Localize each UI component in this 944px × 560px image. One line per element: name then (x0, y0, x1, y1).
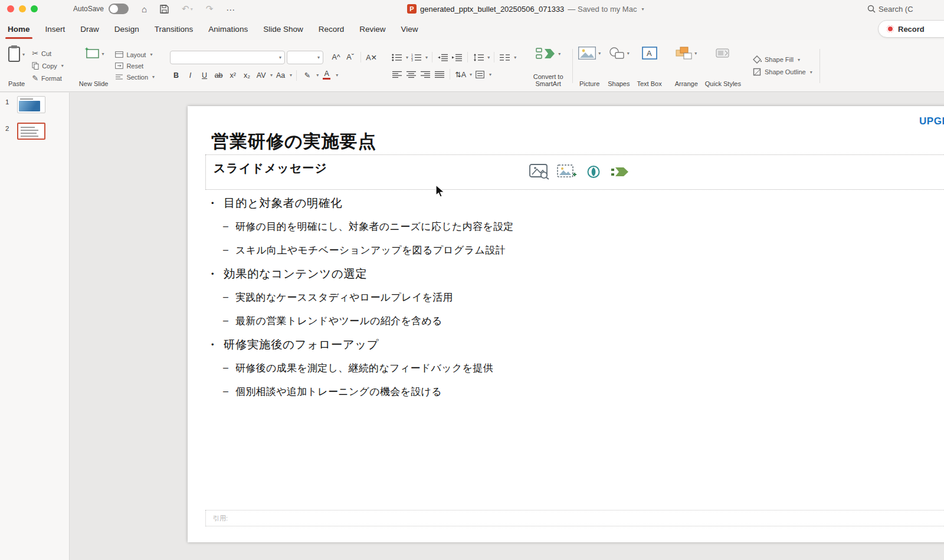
tab-draw[interactable]: Draw (73, 18, 107, 40)
search-label: Search (C (879, 5, 913, 14)
message-placeholder[interactable]: スライドメッセージ (205, 154, 944, 190)
record-dot-icon (887, 25, 894, 32)
font-color-button[interactable]: A (320, 70, 333, 81)
format-painter-button[interactable]: ✎Format (32, 74, 64, 83)
text-direction-button[interactable]: ⇅A (454, 68, 467, 80)
shape-fill-icon (753, 55, 762, 64)
subscript-button[interactable]: x₂ (241, 70, 253, 81)
home-icon[interactable]: ⌂ (142, 4, 147, 14)
align-text-chevron-icon: ▾ (489, 72, 491, 77)
shape-outline-button[interactable]: Shape Outline▾ (753, 68, 812, 76)
record-button[interactable]: Record (878, 20, 944, 38)
tab-animations[interactable]: Animations (201, 18, 255, 40)
titlebar: AutoSave ⌂ ↶ ▾ ↷ ··· P generated_pptx_bu… (0, 0, 944, 18)
justify-button[interactable] (433, 68, 445, 80)
bullet-list-chevron-icon: ▾ (406, 55, 408, 60)
tab-review[interactable]: Review (352, 18, 393, 40)
tab-slideshow[interactable]: Slide Show (255, 18, 311, 40)
change-case-button[interactable]: Aa (274, 70, 287, 81)
citation-placeholder[interactable]: 引用: (205, 510, 944, 526)
tab-transitions[interactable]: Transitions (147, 18, 201, 40)
stock-image-icon[interactable] (529, 164, 549, 182)
upgrade-link[interactable]: UPGRA (919, 116, 944, 127)
italic-button[interactable]: I (184, 70, 196, 81)
superscript-button[interactable]: x² (227, 70, 239, 81)
slide-2-thumbnail[interactable] (17, 123, 45, 140)
quick-styles-button[interactable]: Quick Styles (705, 44, 741, 87)
picture-chevron-icon: ▾ (598, 51, 601, 56)
undo-icon[interactable]: ↶ (182, 4, 189, 14)
cut-button[interactable]: ✂Cut (32, 49, 64, 58)
align-right-button[interactable] (419, 68, 431, 80)
strikethrough-button[interactable]: ab (212, 70, 225, 81)
search-button[interactable]: Search (C (867, 0, 944, 18)
shrink-font-button[interactable]: Aˇ (344, 51, 356, 63)
document-title[interactable]: P generated_pptx_bullet_20250506_071333 … (407, 0, 644, 18)
insert-smartart-icon[interactable] (610, 164, 630, 182)
new-slide-icon (83, 47, 100, 61)
shape-fill-chevron-icon: ▾ (798, 57, 800, 62)
align-left-button[interactable] (391, 68, 403, 80)
insert-picture-icon[interactable] (557, 164, 577, 182)
section-chevron-icon: ▾ (152, 74, 155, 80)
increase-indent-button[interactable] (451, 51, 463, 63)
bullet-marker: • (211, 340, 218, 349)
saved-status: — Saved to my Mac (568, 5, 637, 14)
highlight-pen-button[interactable]: ✎ (301, 70, 313, 81)
character-spacing-button[interactable]: AV (255, 70, 267, 81)
document-title-chevron-icon[interactable]: ▾ (641, 6, 644, 12)
picture-button[interactable]: ▾ Picture (578, 44, 601, 87)
new-slide-chevron-icon[interactable]: ▾ (102, 51, 104, 57)
insert-icons-icon[interactable] (585, 164, 602, 182)
picture-icon (578, 47, 596, 60)
font-size-select[interactable]: ▾ (287, 51, 323, 64)
shape-fill-button[interactable]: Shape Fill▾ (753, 55, 812, 64)
tab-insert[interactable]: Insert (38, 18, 73, 40)
convert-to-smartart-button[interactable]: ▾ Convert to SmartArt (529, 44, 567, 87)
numbered-list-button[interactable]: 123 (410, 51, 422, 63)
slide-editor[interactable]: UPGRA 営業研修の実施要点 スライドメッセージ (188, 106, 944, 542)
copy-button[interactable]: Copy▾ (32, 62, 64, 70)
underline-button[interactable]: U (198, 70, 211, 81)
columns-button[interactable] (499, 51, 511, 63)
tab-design[interactable]: Design (107, 18, 147, 40)
slide-body-text[interactable]: • 目的と対象者の明確化 – 研修の目的を明確にし、対象者のニーズに応じた内容を… (211, 195, 513, 407)
decrease-indent-button[interactable] (437, 51, 449, 63)
tab-record[interactable]: Record (311, 18, 352, 40)
reset-icon (115, 62, 123, 69)
arrange-chevron-icon: ▾ (694, 51, 697, 56)
undo-chevron-icon[interactable]: ▾ (191, 6, 193, 12)
grow-font-button[interactable]: A^ (330, 51, 342, 63)
minimize-window-button[interactable] (19, 5, 26, 12)
align-text-button[interactable] (474, 68, 486, 80)
message-placeholder-label[interactable]: スライドメッセージ (214, 160, 327, 176)
tab-home[interactable]: Home (0, 18, 38, 40)
font-name-select[interactable]: ▾ (170, 51, 285, 64)
character-spacing-chevron-icon: ▾ (270, 73, 273, 78)
slide-title[interactable]: 営業研修の実施要点 (211, 130, 376, 154)
slide-1-thumbnail[interactable] (17, 96, 45, 113)
text-box-button[interactable]: A Text Box (637, 44, 661, 87)
section-button[interactable]: Section▾ (115, 74, 155, 81)
save-icon[interactable] (160, 5, 169, 14)
close-window-button[interactable] (7, 5, 14, 12)
new-slide-button[interactable]: ▾ New Slide (79, 44, 109, 87)
redo-icon[interactable]: ↷ (206, 4, 214, 14)
bullet-list-button[interactable] (391, 51, 403, 63)
bold-button[interactable]: B (170, 70, 182, 81)
clear-formatting-button[interactable]: A✕ (365, 51, 378, 63)
paste-chevron-icon[interactable]: ▾ (22, 52, 25, 57)
paste-button[interactable]: ▾ Paste (8, 44, 25, 87)
bullet-item-2: • 効果的なコンテンツの選定 (211, 266, 513, 281)
autosave-toggle[interactable] (109, 4, 129, 14)
fullscreen-window-button[interactable] (31, 5, 38, 12)
shapes-button[interactable]: ▾ Shapes (608, 44, 630, 87)
reset-button[interactable]: Reset (115, 62, 155, 70)
arrange-button[interactable]: ▾ Arrange (675, 44, 698, 87)
font-color-chevron-icon: ▾ (336, 73, 338, 78)
layout-button[interactable]: Layout▾ (115, 51, 155, 58)
tab-view[interactable]: View (394, 18, 426, 40)
align-center-button[interactable] (405, 68, 417, 80)
line-spacing-button[interactable] (472, 51, 484, 63)
more-toolbar-icon[interactable]: ··· (226, 4, 235, 14)
